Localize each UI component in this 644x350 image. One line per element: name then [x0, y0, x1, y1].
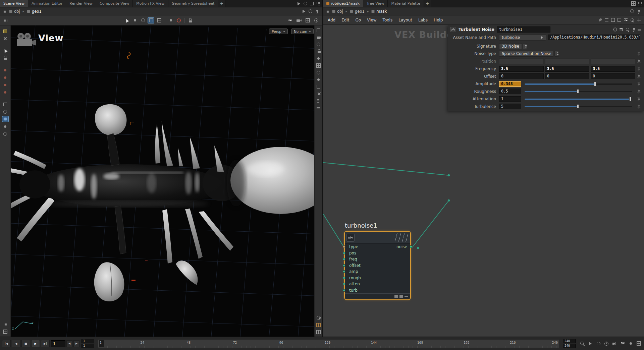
box-select-icon[interactable]: [148, 17, 154, 23]
turbulence-field[interactable]: 5: [499, 104, 521, 109]
pane-drag-handle-icon[interactable]: [324, 9, 330, 14]
node-flag-icon[interactable]: [405, 296, 408, 297]
wireframe-toggle-icon[interactable]: [316, 63, 321, 68]
options-toggle-icon[interactable]: [2, 329, 9, 335]
offset-y-field[interactable]: 0: [545, 73, 590, 79]
input-connector-pos[interactable]: [343, 252, 345, 254]
pane-layout-icon[interactable]: [635, 341, 642, 347]
edit-interface-icon[interactable]: [619, 27, 624, 32]
points-display-icon[interactable]: [316, 98, 321, 103]
paint-tool-icon[interactable]: [2, 89, 9, 95]
menu-help[interactable]: Help: [431, 15, 446, 24]
gear-icon[interactable]: [612, 27, 618, 32]
pane-split-icon[interactable]: [631, 1, 636, 6]
viewport-layout-icon[interactable]: [316, 27, 321, 33]
attenuation-slider[interactable]: [525, 97, 632, 102]
current-frame-field[interactable]: 1: [51, 340, 65, 347]
output-connector-noise[interactable]: [410, 245, 412, 248]
go-to-end-button[interactable]: ▶|: [41, 340, 50, 347]
camera-options-icon[interactable]: [296, 17, 302, 23]
parameter-nodes-icon[interactable]: [637, 74, 641, 78]
signature-select[interactable]: 3D Noise: [499, 43, 522, 49]
snap-mode-icon[interactable]: [167, 17, 174, 23]
timeline-ruler[interactable]: 1 24 48 72 96 120 144 168 192 216 240: [98, 339, 559, 348]
light-tool-icon[interactable]: [2, 123, 9, 129]
play-reverse-button[interactable]: ◀: [12, 340, 20, 347]
playback-start-field[interactable]: 1: [82, 344, 94, 348]
timeline-zoom-icon[interactable]: [579, 341, 586, 347]
node-turbnoise1[interactable]: turbnoise1 type noise: [344, 231, 411, 300]
step-forward-button[interactable]: ▶: [73, 340, 79, 347]
menu-go[interactable]: Go: [352, 15, 364, 24]
slider-handle[interactable]: [629, 97, 632, 101]
parameter-nodes-icon[interactable]: [637, 67, 641, 71]
panel-menu-icon[interactable]: [637, 27, 642, 32]
shading-mode-icon[interactable]: [316, 56, 321, 61]
color-palette-icon[interactable]: [623, 17, 628, 23]
follow-playhead-icon[interactable]: [587, 341, 594, 347]
history-forward-icon[interactable]: [301, 9, 307, 14]
path-segment-geo1[interactable]: geo1: [24, 8, 44, 15]
network-overview-icon[interactable]: [616, 17, 622, 23]
node-input-row[interactable]: type noise: [345, 244, 410, 250]
select-tool-icon[interactable]: [2, 36, 9, 42]
display-info-icon[interactable]: [316, 315, 321, 320]
step-back-button[interactable]: ◀: [66, 340, 72, 347]
path-segment-obj[interactable]: obj: [330, 8, 345, 15]
grid-toggle-icon[interactable]: [316, 329, 321, 335]
audio-toggle-icon[interactable]: [611, 341, 618, 347]
asset-name-select[interactable]: turbnoise: [499, 35, 546, 41]
pane-menu-icon[interactable]: [315, 1, 321, 6]
camera-menu-button[interactable]: No cam: [291, 28, 314, 34]
noise-type-select[interactable]: Sparse Convolution Noise: [499, 51, 554, 57]
tab-motion-fx-view[interactable]: Motion FX View: [133, 0, 168, 7]
realtime-playback-icon[interactable]: [603, 341, 610, 347]
node-input-row[interactable]: amp: [345, 269, 410, 275]
slider-handle[interactable]: [577, 89, 579, 94]
toolbar-drag-handle-icon[interactable]: [2, 17, 9, 23]
node-input-row[interactable]: freq: [345, 256, 410, 262]
pane-link-icon[interactable]: [296, 1, 302, 6]
lock-tool-icon[interactable]: [2, 55, 9, 61]
tab-animation-editor[interactable]: Animation Editor: [28, 0, 66, 7]
offset-z-field[interactable]: 0: [591, 73, 635, 79]
menu-edit[interactable]: Edit: [338, 15, 352, 24]
pane-drag-handle-icon[interactable]: [1, 9, 7, 14]
render-view-icon[interactable]: [175, 17, 182, 23]
tab-material-palette[interactable]: Material Palette: [388, 0, 424, 7]
path-segment-geo1[interactable]: geo1: [347, 8, 367, 15]
attenuation-field[interactable]: 1: [499, 96, 521, 102]
asset-path-field[interactable]: /Applications/Houdini/Houdini20.5.633/Fr…: [548, 35, 640, 40]
new-pane-tab-icon[interactable]: [636, 17, 641, 23]
state-tool-icon[interactable]: [2, 116, 9, 122]
pose-tool-icon[interactable]: [2, 82, 9, 88]
grid-mode-icon[interactable]: [610, 17, 615, 23]
view-tool-icon[interactable]: [2, 28, 9, 34]
stop-button[interactable]: ■: [21, 340, 30, 347]
camera-view-icon[interactable]: [316, 35, 321, 40]
snap-grid-icon[interactable]: [304, 17, 311, 23]
parameter-nodes-icon[interactable]: [637, 105, 641, 109]
noise-type-spinner[interactable]: [554, 51, 559, 57]
xray-toggle-icon[interactable]: [316, 91, 321, 96]
perspective-menu-button[interactable]: Persp: [269, 28, 288, 34]
node-footer-flags[interactable]: [345, 293, 410, 299]
path-segment-obj[interactable]: obj: [7, 8, 22, 15]
parameter-nodes-icon[interactable]: [637, 59, 641, 63]
tab-geometry-spreadsheet[interactable]: Geometry Spreadsheet: [168, 0, 218, 7]
translate-tool-icon[interactable]: [2, 48, 9, 54]
input-connector-type[interactable]: [343, 245, 345, 248]
input-connector-amp[interactable]: [343, 270, 345, 273]
network-tools-icon[interactable]: [597, 17, 603, 23]
signature-spinner[interactable]: [523, 43, 527, 49]
node-body[interactable]: type noise pos freq offset amp rough att…: [344, 231, 411, 300]
pane-float-icon[interactable]: [303, 1, 308, 6]
playback-end-field[interactable]: 240: [563, 344, 576, 348]
snap-tool-icon[interactable]: [2, 101, 9, 107]
pane-maximize-icon[interactable]: [309, 1, 314, 6]
parameter-nodes-icon[interactable]: [637, 90, 641, 94]
pane-menu-icon[interactable]: [637, 1, 642, 6]
color-scheme-icon[interactable]: [316, 322, 321, 328]
node-input-row[interactable]: offset: [345, 262, 410, 269]
node-input-row[interactable]: turb: [345, 287, 410, 294]
